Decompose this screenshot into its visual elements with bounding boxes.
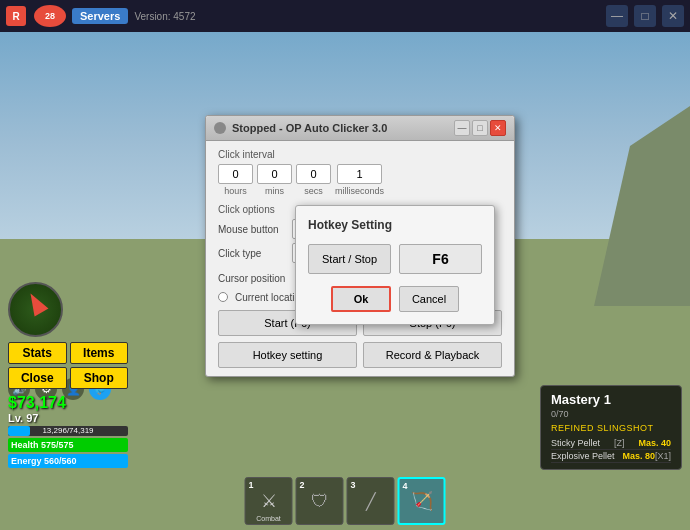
mastery-item-2: Explosive Pellet Mas. 80 [X1] xyxy=(551,450,671,463)
hotkey-setting-button[interactable]: Hotkey setting xyxy=(218,342,357,368)
bottom-btns: Hotkey setting Record & Playback xyxy=(218,342,502,368)
hotbar: 1 ⚔ Combat 2 🛡 3 ╱ 4 🏹 xyxy=(245,477,446,525)
secs-input[interactable] xyxy=(296,164,331,184)
dialog-maximize-button[interactable]: □ xyxy=(472,120,488,136)
hotkey-startstop-button[interactable]: Start / Stop xyxy=(308,244,391,274)
hotkey-key-display[interactable]: F6 xyxy=(399,244,482,274)
servers-button[interactable]: Servers xyxy=(72,8,128,24)
click-interval-row: hours mins secs milliseconds xyxy=(218,164,502,196)
close-button[interactable]: Close xyxy=(8,367,67,389)
close-window-button[interactable]: ✕ xyxy=(662,5,684,27)
mastery-panel: Mastery 1 0/70 REFINED SLINGSHOT Sticky … xyxy=(540,385,682,470)
stats-button[interactable]: Stats xyxy=(8,342,67,364)
level-display: Lv. 97 xyxy=(8,412,128,424)
dialog-minimize-button[interactable]: — xyxy=(454,120,470,136)
click-interval-label: Click interval xyxy=(218,149,502,160)
roblox-logo: R xyxy=(6,6,26,26)
compass xyxy=(8,282,63,337)
hours-input[interactable] xyxy=(218,164,253,184)
mouse-button-label: Mouse button xyxy=(218,224,288,235)
energy-bar: Energy 560/560 xyxy=(8,454,128,468)
hotkey-ok-button[interactable]: Ok xyxy=(331,286,391,312)
secs-label: secs xyxy=(304,186,323,196)
hotbar-slot-4[interactable]: 4 🏹 xyxy=(398,477,446,525)
hotbar-slot-3[interactable]: 3 ╱ xyxy=(347,477,395,525)
hotkey-confirm-row: Ok Cancel xyxy=(308,286,482,312)
health-text: Health 575/575 xyxy=(11,438,74,452)
hours-field: hours xyxy=(218,164,253,196)
taskbar: R 28 Servers Version: 4572 — □ ✕ xyxy=(0,0,690,32)
game-ui-panel: Stats Items Close Shop $73,174 Lv. 97 13… xyxy=(8,282,128,470)
ms-label: milliseconds xyxy=(335,186,384,196)
secs-field: secs xyxy=(296,164,331,196)
hotkey-cancel-button[interactable]: Cancel xyxy=(399,286,459,312)
xp-bar: 13,296/74,319 xyxy=(8,426,128,436)
mastery-title: Mastery 1 xyxy=(551,392,671,407)
current-loc-radio[interactable] xyxy=(218,292,228,302)
compass-arrow xyxy=(23,289,48,316)
shop-button[interactable]: Shop xyxy=(70,367,129,389)
hotbar-slot-1[interactable]: 1 ⚔ Combat xyxy=(245,477,293,525)
version-label: Version: 4572 xyxy=(134,11,195,22)
hotkey-modal: Hotkey Setting Start / Stop F6 Ok Cancel xyxy=(295,205,495,325)
dialog-title: Stopped - OP Auto Clicker 3.0 xyxy=(232,122,452,134)
minimize-button[interactable]: — xyxy=(606,5,628,27)
game-buttons: Stats Items Close Shop xyxy=(8,342,128,389)
notification-badge[interactable]: 28 xyxy=(34,5,66,27)
hotbar-slot-2[interactable]: 2 🛡 xyxy=(296,477,344,525)
mastery-weapon: REFINED SLINGSHOT xyxy=(551,423,671,433)
mins-input[interactable] xyxy=(257,164,292,184)
dialog-titlebar: Stopped - OP Auto Clicker 3.0 — □ ✕ xyxy=(206,116,514,141)
ms-input[interactable] xyxy=(337,164,382,184)
money-display: $73,174 xyxy=(8,394,128,412)
click-type-label: Click type xyxy=(218,248,288,259)
hotkey-modal-title: Hotkey Setting xyxy=(308,218,482,232)
mins-field: mins xyxy=(257,164,292,196)
record-playback-button[interactable]: Record & Playback xyxy=(363,342,502,368)
hotkey-controls-row: Start / Stop F6 xyxy=(308,244,482,274)
ms-field: milliseconds xyxy=(335,164,384,196)
maximize-button[interactable]: □ xyxy=(634,5,656,27)
mins-label: mins xyxy=(265,186,284,196)
xp-text: 13,296/74,319 xyxy=(8,426,128,436)
mastery-item-1: Sticky Pellet [Z] Mas. 40 xyxy=(551,437,671,450)
hours-label: hours xyxy=(224,186,247,196)
mastery-progress: 0/70 xyxy=(551,409,671,419)
health-bar: Health 575/575 xyxy=(8,438,128,452)
dialog-close-button[interactable]: ✕ xyxy=(490,120,506,136)
energy-text: Energy 560/560 xyxy=(11,454,77,468)
dialog-icon xyxy=(214,122,226,134)
cursor-pos-label: Cursor position xyxy=(218,273,288,284)
items-button[interactable]: Items xyxy=(70,342,129,364)
